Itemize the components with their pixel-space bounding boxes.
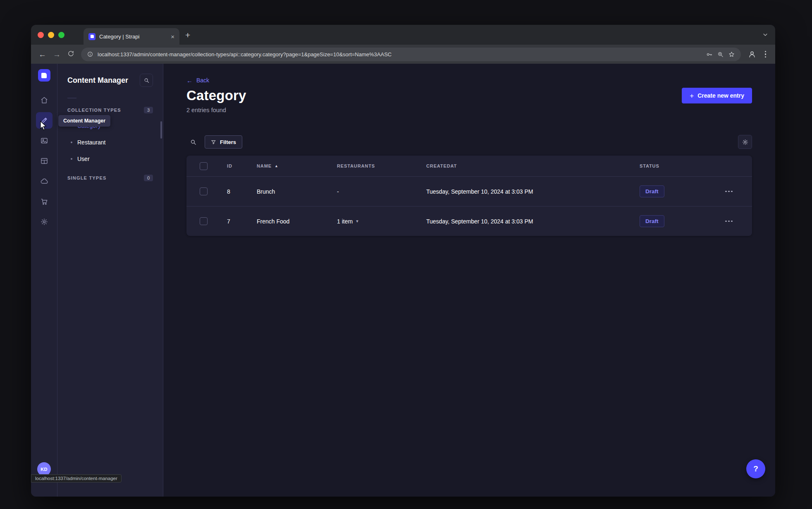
bookmark-star-icon[interactable] [728, 51, 735, 58]
collection-types-count-badge: 3 [144, 107, 153, 113]
status-badge: Draft [640, 185, 664, 197]
column-header-status[interactable]: STATUS [640, 163, 706, 168]
row-actions-button[interactable] [706, 221, 752, 222]
column-header-createdat[interactable]: CREATEDAT [426, 163, 640, 168]
content-manager-icon[interactable] [36, 112, 53, 129]
tab-close-icon[interactable]: × [171, 34, 174, 40]
table-row[interactable]: 7 French Food 1 item ▾ Tuesday, Septembe… [186, 206, 752, 236]
table-row[interactable]: 8 Brunch - Tuesday, September 10, 2024 a… [186, 176, 752, 206]
subnav-scrollbar-thumb[interactable] [160, 121, 162, 139]
link-preview-bubble: localhost:1337/admin/content-manager [31, 474, 122, 483]
column-header-name-label: NAME [257, 163, 272, 168]
search-button[interactable] [186, 135, 200, 149]
relation-count-label: 1 item [337, 218, 353, 225]
help-button[interactable]: ? [746, 459, 765, 478]
strapi-favicon-icon [88, 33, 96, 40]
select-all-checkbox[interactable] [200, 162, 208, 170]
tab-search-chevron-icon[interactable] [762, 31, 769, 38]
back-label: Back [196, 77, 209, 84]
nav-tooltip: Content Manager [58, 115, 110, 127]
password-key-icon[interactable] [706, 51, 713, 58]
sort-asc-icon: ▲ [275, 164, 279, 168]
column-header-name[interactable]: NAME ▲ [257, 163, 337, 168]
subnav-divider [67, 98, 76, 98]
status-badge: Draft [640, 215, 664, 227]
subnav-title: Content Manager [67, 76, 128, 85]
table-header-row: ID NAME ▲ RESTAURANTS CREATEDAT STATUS [186, 156, 752, 176]
chevron-down-icon: ▾ [356, 219, 358, 223]
browser-tab[interactable]: Category | Strapi × [84, 28, 179, 45]
subnav-search-button[interactable] [140, 74, 153, 87]
filter-funnel-icon [211, 139, 216, 145]
back-link[interactable]: ← Back [186, 77, 209, 84]
row-actions-button[interactable] [706, 191, 752, 192]
bullet-icon [71, 142, 72, 143]
browser-forward-button[interactable]: → [53, 50, 61, 58]
browser-tab-strip: Category | Strapi × + [31, 25, 775, 45]
single-types-label: SINGLE TYPES [67, 175, 106, 180]
subnav-item-label: Restaurant [77, 139, 105, 146]
column-header-id[interactable]: ID [227, 163, 257, 168]
traffic-lights [38, 32, 64, 38]
collection-types-label: COLLECTION TYPES [67, 108, 121, 113]
zoom-icon[interactable] [717, 51, 724, 58]
window-close-button[interactable] [38, 32, 44, 38]
marketplace-cart-icon[interactable] [36, 193, 53, 210]
subnav-item-restaurant[interactable]: Restaurant [67, 134, 153, 151]
content-type-builder-icon[interactable] [36, 153, 53, 169]
view-settings-button[interactable] [738, 135, 752, 149]
browser-menu-icon[interactable] [763, 51, 768, 58]
cloud-icon[interactable] [36, 173, 53, 190]
browser-back-button[interactable]: ← [38, 50, 46, 58]
url-text[interactable]: localhost:1337/admin/content-manager/col… [98, 51, 702, 58]
browser-toolbar: ← → localhost:1337/admin/content-manager… [31, 45, 775, 64]
tab-title: Category | Strapi [99, 34, 167, 40]
cell-name: Brunch [257, 188, 337, 195]
list-view: ← Back Category + Create new entry 2 ent… [163, 64, 775, 497]
entries-count: 2 entries found [186, 107, 752, 113]
create-new-entry-label: Create new entry [697, 92, 744, 99]
site-info-icon[interactable] [87, 51, 93, 58]
cell-id: 8 [227, 188, 257, 195]
new-tab-button[interactable]: + [185, 31, 190, 39]
column-header-restaurants[interactable]: RESTAURANTS [337, 163, 426, 168]
filters-button[interactable]: Filters [205, 135, 242, 149]
window-minimize-button[interactable] [48, 32, 54, 38]
bullet-icon [71, 158, 72, 160]
media-library-icon[interactable] [36, 132, 53, 149]
cell-createdat: Tuesday, September 10, 2024 at 3:03 PM [426, 218, 640, 225]
back-arrow-icon: ← [186, 77, 193, 84]
strapi-logo[interactable] [38, 69, 50, 82]
page-title: Category [186, 88, 246, 103]
settings-gear-icon[interactable] [36, 214, 53, 230]
plus-icon: + [690, 92, 694, 99]
browser-window: Category | Strapi × + ← → localhost:1337… [31, 25, 775, 497]
row-checkbox[interactable] [200, 217, 208, 225]
single-types-count-badge: 0 [144, 175, 153, 181]
filters-label: Filters [220, 139, 236, 145]
window-zoom-button[interactable] [58, 32, 64, 38]
cell-id: 7 [227, 218, 257, 225]
cell-name: French Food [257, 218, 337, 225]
create-new-entry-button[interactable]: + Create new entry [682, 88, 752, 103]
cell-restaurants: - [337, 188, 426, 195]
main-nav-rail: KD [31, 64, 57, 497]
content-manager-subnav: Content Manager COLLECTION TYPES 3 Categ… [57, 64, 163, 497]
strapi-admin-app: KD Content Manager COLLECTION TYPES 3 Ca… [31, 64, 775, 497]
home-icon[interactable] [36, 92, 53, 108]
cell-createdat: Tuesday, September 10, 2024 at 3:03 PM [426, 188, 640, 195]
row-checkbox[interactable] [200, 187, 208, 195]
relation-expander[interactable]: 1 item ▾ [337, 218, 358, 225]
address-bar[interactable]: localhost:1337/admin/content-manager/col… [81, 48, 741, 61]
entries-table: ID NAME ▲ RESTAURANTS CREATEDAT STATUS 8… [186, 156, 752, 236]
browser-profile-icon[interactable] [748, 50, 757, 59]
subnav-item-label: User [77, 156, 90, 162]
browser-reload-button[interactable] [67, 50, 74, 58]
subnav-item-user[interactable]: User [67, 151, 153, 167]
